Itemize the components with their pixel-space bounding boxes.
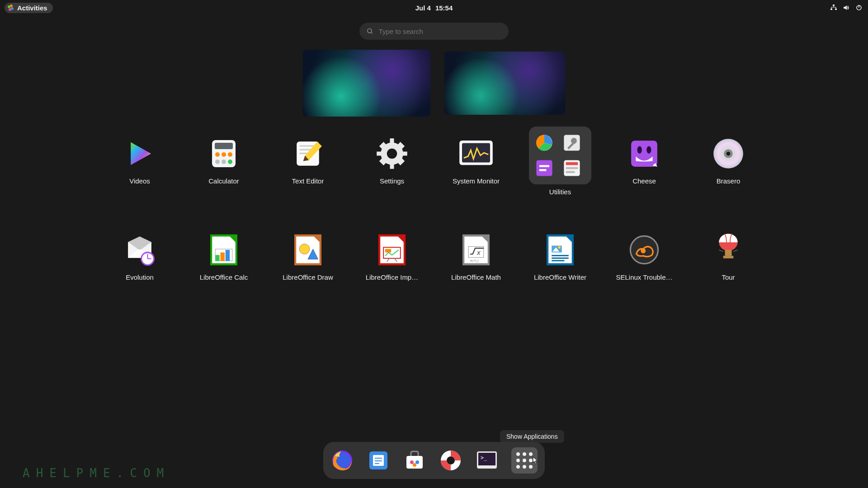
svg-rect-93	[375, 463, 379, 464]
svg-rect-46	[631, 141, 657, 167]
app-label: System Monitor	[453, 177, 500, 185]
status-area[interactable]	[829, 3, 863, 12]
text-editor-icon	[290, 136, 326, 172]
files-icon	[368, 450, 389, 471]
lo-impress-icon	[374, 232, 410, 268]
app-label: Tour	[722, 273, 735, 281]
lo-draw-icon	[290, 232, 326, 268]
lo-math-icon: xa₀+(.)	[458, 232, 494, 268]
svg-point-17	[222, 160, 226, 164]
svg-rect-65	[383, 247, 401, 258]
calculator-icon	[206, 136, 242, 172]
svg-point-37	[571, 138, 577, 144]
dock-tooltip: Show Applications	[500, 430, 564, 443]
dock-firefox[interactable]	[330, 449, 354, 472]
svg-point-13	[215, 152, 220, 157]
svg-rect-12	[215, 143, 233, 149]
app-libreoffice-math[interactable]: xa₀+(.) LibreOffice Math	[434, 232, 518, 281]
watermark: AHELPME.COM	[23, 466, 170, 480]
clock[interactable]: Jul 4 15:54	[415, 4, 453, 12]
svg-point-81	[641, 249, 646, 253]
svg-rect-26	[390, 163, 394, 169]
svg-rect-83	[725, 250, 732, 256]
svg-point-76	[558, 246, 561, 249]
apps-grid-icon	[516, 452, 533, 469]
app-text-editor[interactable]: Text Editor	[266, 136, 350, 196]
app-label: Utilities	[549, 188, 571, 196]
app-libreoffice-calc[interactable]: LibreOffice Calc	[182, 232, 266, 281]
svg-point-24	[387, 149, 397, 159]
svg-rect-27	[377, 152, 383, 156]
network-icon	[829, 3, 838, 12]
svg-point-51	[726, 152, 731, 156]
svg-point-99	[447, 456, 455, 465]
mouse-cursor	[533, 456, 539, 465]
svg-rect-59	[221, 253, 225, 261]
svg-text:>_: >_	[481, 455, 487, 461]
app-brasero[interactable]: Brasero	[686, 136, 770, 196]
settings-icon	[374, 136, 410, 172]
svg-rect-77	[552, 255, 569, 256]
tour-icon	[710, 232, 746, 268]
app-label: LibreOffice Math	[451, 273, 501, 281]
dock-terminal[interactable]: >_	[475, 449, 499, 472]
svg-rect-78	[552, 258, 569, 259]
dock: >_	[323, 442, 545, 479]
app-settings[interactable]: Settings	[350, 136, 434, 196]
app-label: Text Editor	[292, 177, 324, 185]
svg-rect-79	[552, 260, 564, 262]
top-bar: Activities Jul 4 15:54	[0, 0, 868, 15]
app-label: Calculator	[208, 177, 239, 185]
dock-software[interactable]	[403, 449, 426, 472]
workspace-thumbnail[interactable]	[444, 52, 566, 115]
svg-rect-28	[401, 152, 407, 156]
svg-rect-91	[375, 458, 382, 459]
svg-rect-45	[566, 171, 575, 173]
svg-rect-43	[566, 162, 578, 165]
search-icon	[367, 28, 373, 35]
app-folder-utilities[interactable]: Utilities	[518, 127, 602, 196]
svg-point-9	[368, 29, 372, 33]
svg-rect-40	[539, 165, 549, 167]
software-icon	[404, 450, 425, 471]
brasero-icon	[710, 136, 746, 172]
selinux-icon	[626, 232, 662, 268]
svg-rect-84	[723, 256, 734, 258]
search-bar[interactable]	[359, 23, 509, 40]
svg-rect-4	[833, 5, 835, 6]
app-label: LibreOffice Calc	[200, 273, 248, 281]
cheese-icon	[626, 136, 662, 172]
activities-icon	[7, 4, 14, 11]
svg-point-3	[9, 8, 11, 11]
firefox-icon	[330, 449, 354, 472]
app-calculator[interactable]: Calculator	[182, 136, 266, 196]
terminal-icon: >_	[476, 450, 498, 471]
app-evolution[interactable]: Evolution	[98, 232, 182, 281]
app-label: SELinux Trouble…	[616, 273, 672, 281]
app-selinux-troubleshooter[interactable]: SELinux Trouble…	[602, 232, 686, 281]
app-videos[interactable]: Videos	[98, 136, 182, 196]
svg-rect-39	[536, 160, 552, 176]
activities-button[interactable]: Activities	[5, 3, 53, 13]
search-input[interactable]	[379, 28, 501, 35]
svg-point-14	[222, 152, 226, 157]
app-grid: Videos Calculator Text Editor Settings S…	[98, 136, 770, 281]
workspace-thumbnail[interactable]	[303, 50, 431, 117]
svg-line-85	[719, 250, 723, 252]
app-label: LibreOffice Draw	[283, 273, 333, 281]
app-libreoffice-draw[interactable]: LibreOffice Draw	[266, 232, 350, 281]
svg-rect-58	[215, 255, 219, 261]
app-libreoffice-impress[interactable]: LibreOffice Imp…	[350, 232, 434, 281]
svg-rect-25	[390, 138, 394, 145]
app-system-monitor[interactable]: System Monitor	[434, 136, 518, 196]
svg-rect-60	[226, 250, 230, 261]
dock-help[interactable]	[439, 449, 462, 472]
workspace-switcher	[303, 50, 566, 117]
app-tour[interactable]: Tour	[686, 232, 770, 281]
svg-rect-6	[835, 9, 837, 10]
svg-point-95	[410, 460, 414, 464]
app-libreoffice-writer[interactable]: LibreOffice Writer	[518, 232, 602, 281]
dock-files[interactable]	[367, 449, 390, 472]
app-cheese[interactable]: Cheese	[602, 136, 686, 196]
svg-point-97	[413, 463, 416, 467]
